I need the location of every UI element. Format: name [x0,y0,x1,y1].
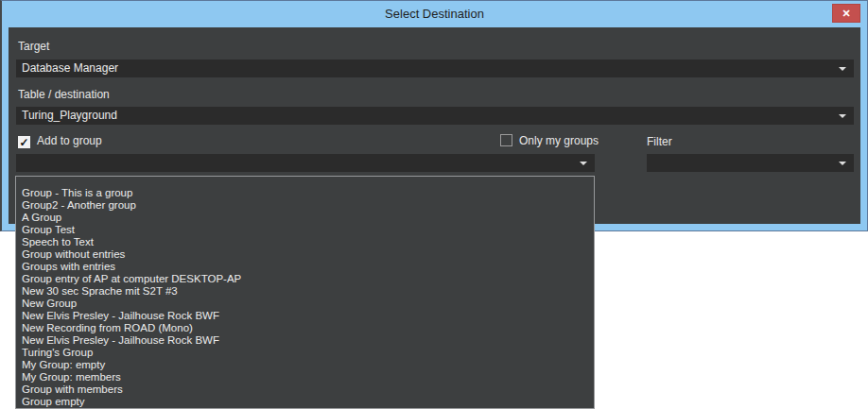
group-option[interactable]: Speech to Text [16,236,594,248]
group-option[interactable]: New Elvis Presley - Jailhouse Rock BWF [16,310,594,322]
group-option[interactable]: Group - This is a group [16,187,594,199]
group-dropdown-list[interactable]: Group - This is a groupGroup2 - Another … [15,176,595,409]
titlebar[interactable]: Select Destination ✕ [2,1,867,27]
close-button[interactable]: ✕ [832,4,860,23]
chevron-down-icon [839,114,846,118]
add-to-group-checkbox[interactable]: ✓ [18,136,30,148]
chevron-down-icon [839,67,846,71]
only-my-groups-checkbox[interactable] [500,134,512,146]
group-option[interactable]: My Group: members [16,371,594,383]
group-option[interactable]: Group empty [16,396,594,408]
group-option[interactable]: A Group [16,212,594,224]
filter-combobox[interactable] [647,154,854,172]
group-option[interactable]: Group with members [16,383,594,396]
group-option[interactable]: Group Test [16,224,594,236]
only-my-groups-row[interactable]: Only my groups [500,134,599,147]
close-icon: ✕ [833,5,859,22]
table-destination-combobox[interactable]: Turing_Playground [16,107,854,125]
chevron-down-icon [580,162,587,165]
group-option[interactable]: Group2 - Another group [16,199,594,212]
group-option[interactable]: Group entry of AP at computer DESKTOP-AP [16,273,594,285]
table-destination-combobox-value: Turing_Playground [22,107,117,125]
group-option[interactable]: New Elvis Presley - Jailhouse Rock BWF [16,334,594,347]
target-label: Target [18,40,49,53]
group-option[interactable]: New Group [16,298,594,310]
add-to-group-label: Add to group [37,134,102,147]
group-combobox[interactable] [16,154,595,172]
group-option[interactable]: New Recording from ROAD (Mono) [16,322,594,334]
target-combobox[interactable]: Database Manager [16,60,854,77]
table-destination-label: Table / destination [18,88,110,101]
target-combobox-value: Database Manager [22,60,118,77]
group-option[interactable]: My Group: empty [16,359,594,371]
chevron-down-icon [839,162,846,165]
group-option[interactable]: Group without entries [16,248,594,261]
only-my-groups-label: Only my groups [519,134,599,147]
group-option[interactable]: Turing's Group [16,347,594,359]
group-option[interactable]: Groups with entries [16,261,594,273]
dialog-title: Select Destination [2,1,867,27]
filter-label: Filter [647,135,672,148]
group-option[interactable]: New 30 sec Sprache mit S2T #3 [16,285,594,298]
add-to-group-row[interactable]: ✓Add to group [18,134,102,148]
